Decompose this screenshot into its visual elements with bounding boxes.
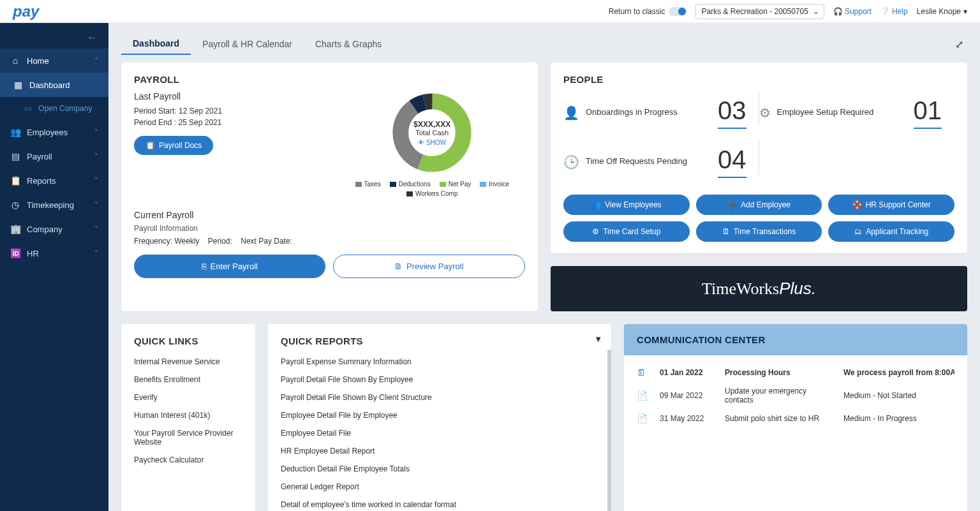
quick-report-link[interactable]: General Ledger Report xyxy=(281,478,598,496)
payroll-docs-button[interactable]: 📋 Payroll Docs xyxy=(134,136,213,155)
stat-timeoff: 🕒 Time Off Requests Pending 04 xyxy=(563,140,759,189)
tab-payroll-hr-calendar[interactable]: Payroll & HR Calendar xyxy=(191,34,304,54)
comm-row[interactable]: 📄 09 Mar 2022 Update your emergency cont… xyxy=(637,382,954,409)
quick-link[interactable]: Everify xyxy=(134,389,242,406)
chevron-down-icon: ˅ xyxy=(94,152,98,161)
return-to-classic-label: Return to classic xyxy=(609,7,665,16)
dashboard-icon: ▦ xyxy=(13,80,23,90)
stat-setup-required: ⚙ Employee Setup Required 01 xyxy=(759,91,955,140)
quick-reports-card: QUICK REPORTS ▼ Payroll Expense Summary … xyxy=(268,324,611,511)
nav-home-label: Home xyxy=(27,56,49,66)
comm-date: 31 May 2022 xyxy=(660,414,717,423)
timeworks-banner[interactable]: TimeWorksPlus. xyxy=(551,266,967,311)
period-end: Period End : 25 Sep 2021 xyxy=(134,117,320,128)
quick-links-card: QUICK LINKS Internal Revenue ServiceBene… xyxy=(121,324,255,511)
quick-report-link[interactable]: Payroll Expense Summary Information xyxy=(281,353,598,371)
chevron-down-icon: ˅ xyxy=(94,177,98,185)
quick-link[interactable]: Human Interest (401k) xyxy=(134,406,242,424)
donut-amount: $XXX,XXX xyxy=(413,120,450,129)
button-icon: 👥 xyxy=(591,200,601,209)
chevron-up-icon: ˄ xyxy=(94,57,98,65)
timeoff-icon: 🕒 xyxy=(563,154,579,170)
nav-home[interactable]: ⌂ Home ˄ xyxy=(0,48,108,73)
button-icon: 🗓 xyxy=(722,227,730,236)
hr-icon: 🆔 xyxy=(10,248,20,258)
tab-dashboard[interactable]: Dashboard xyxy=(121,33,191,55)
payroll-icon: ▤ xyxy=(10,151,20,161)
comm-status: Medium - In Progress xyxy=(843,414,954,423)
nav-hr[interactable]: 🆔 HR ˅ xyxy=(0,241,108,265)
quick-link[interactable]: Paycheck Calculator xyxy=(134,451,242,469)
nav-dashboard[interactable]: ▦ Dashboard xyxy=(0,73,108,97)
comm-row-icon: 📄 xyxy=(637,390,652,401)
payroll-card: PAYROLL Last Payroll Period Start: 12 Se… xyxy=(121,63,538,311)
return-to-classic: Return to classic xyxy=(609,7,687,16)
quick-report-link[interactable]: Payroll Detail File Shown By Client Stru… xyxy=(281,389,598,406)
tab-charts-graphs[interactable]: Charts & Graphs xyxy=(304,34,393,54)
scrollbar[interactable] xyxy=(607,350,611,511)
people-button-applicant-tracking[interactable]: 🗂 Applicant Tracking xyxy=(828,221,954,242)
quick-link[interactable]: Your Payroll Service Provider Website xyxy=(134,424,242,451)
enter-payroll-button[interactable]: ⎘Enter Payroll xyxy=(134,255,325,278)
people-button-time-transactions[interactable]: 🗓 Time Transactions xyxy=(696,221,822,242)
current-payroll-heading: Current Payroll xyxy=(134,210,525,220)
filter-icon[interactable]: ▼ xyxy=(594,334,602,344)
expand-icon[interactable]: ⤢ xyxy=(955,38,967,50)
comm-row-icon: 📄 xyxy=(637,413,652,424)
nav-timekeeping[interactable]: ◷ Timekeeping ˅ xyxy=(0,193,108,217)
nav-company[interactable]: 🏢 Company ˅ xyxy=(0,217,108,241)
people-button-add-employee[interactable]: ➕ Add Employee xyxy=(696,195,822,215)
quick-report-link[interactable]: Detail of employee's time worked in cale… xyxy=(281,496,598,511)
quick-link[interactable]: Benefits Enrollment xyxy=(134,371,242,389)
quick-link[interactable]: Internal Revenue Service xyxy=(134,353,242,371)
legend-item: Workers Comp xyxy=(406,190,458,197)
sidebar: ← ⌂ Home ˄ ▦ Dashboard ▭ Open Company 👥 … xyxy=(0,23,108,511)
comm-row[interactable]: 🗓 01 Jan 2022 Processing Hours We proces… xyxy=(637,363,954,382)
comm-date: 01 Jan 2022 xyxy=(660,368,717,377)
company-picker[interactable]: Parks & Recreation - 20050705 xyxy=(695,4,824,19)
button-icon: 🛟 xyxy=(852,200,862,209)
help-link[interactable]: ❔ Help xyxy=(880,7,908,16)
comm-title: COMMUNICATION CENTER xyxy=(624,324,967,355)
nav-employees[interactable]: 👥 Employees ˅ xyxy=(0,120,108,144)
people-card: PEOPLE 👤 Onboardings in Progress 03 ⚙ Em… xyxy=(551,63,967,253)
reports-icon: 📋 xyxy=(10,175,20,186)
tabs: Dashboard Payroll & HR Calendar Charts &… xyxy=(121,23,967,55)
people-button-view-employees[interactable]: 👥 View Employees xyxy=(563,195,690,215)
chevron-down-icon: ˅ xyxy=(94,201,98,209)
timekeeping-icon: ◷ xyxy=(10,200,20,210)
legend-item: Invoice xyxy=(480,181,509,188)
classic-toggle[interactable] xyxy=(669,7,687,16)
user-dropdown[interactable]: Leslie Knope ▾ xyxy=(917,7,967,16)
preview-payroll-button[interactable]: 🗎Preview Payroll xyxy=(333,255,526,278)
employees-icon: 👥 xyxy=(10,127,20,137)
communication-center-card: COMMUNICATION CENTER 🗓 01 Jan 2022 Proce… xyxy=(624,324,967,511)
people-button-hr-support-center[interactable]: 🛟 HR Support Center xyxy=(828,195,954,215)
nav-payroll[interactable]: ▤ Payroll ˅ xyxy=(0,144,108,168)
quick-links-title: QUICK LINKS xyxy=(134,336,242,346)
logo: pay xyxy=(13,3,39,20)
comm-date: 09 Mar 2022 xyxy=(660,391,717,400)
comm-status: We process payroll from 8:00AM-5:00PM (E… xyxy=(843,368,954,377)
home-icon: ⌂ xyxy=(10,56,20,66)
nav-reports[interactable]: 📋 Reports ˅ xyxy=(0,168,108,193)
quick-report-link[interactable]: Employee Detail File by Employee xyxy=(281,406,598,424)
button-icon: ⚙ xyxy=(592,227,599,236)
quick-report-link[interactable]: Payroll Detail File Shown By Employee xyxy=(281,371,598,389)
nav-open-company[interactable]: ▭ Open Company xyxy=(0,97,108,120)
donut-show-button[interactable]: 👁 SHOW xyxy=(418,139,446,146)
onboarding-icon: 👤 xyxy=(563,105,579,121)
comm-row[interactable]: 📄 31 May 2022 Submit polo shirt size to … xyxy=(637,409,954,428)
quick-report-link[interactable]: HR Employee Detail Report xyxy=(281,442,598,460)
quick-report-link[interactable]: Deduction Detail File Employee Totals xyxy=(281,460,598,478)
last-payroll-heading: Last Payroll xyxy=(134,91,320,101)
quick-report-link[interactable]: Employee Detail File xyxy=(281,424,598,442)
people-button-time-card-setup[interactable]: ⚙ Time Card Setup xyxy=(563,221,690,242)
legend-item: Taxes xyxy=(355,181,381,188)
chevron-down-icon: ˅ xyxy=(94,128,98,137)
people-title: PEOPLE xyxy=(563,74,954,85)
comm-subject: Processing Hours xyxy=(725,368,836,377)
sidebar-collapse-icon[interactable]: ← xyxy=(0,23,108,48)
support-link[interactable]: 🎧 Support xyxy=(833,7,872,16)
open-company-icon: ▭ xyxy=(24,104,31,113)
